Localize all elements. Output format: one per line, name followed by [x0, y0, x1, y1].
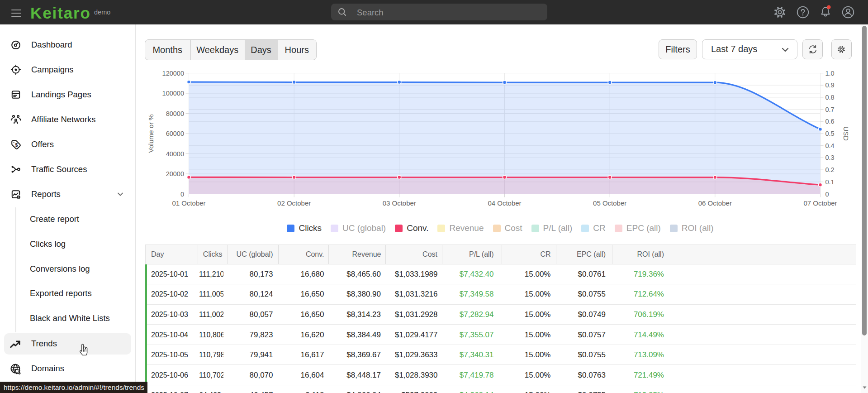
svg-text:60000: 60000: [166, 130, 184, 137]
svg-text:20000: 20000: [166, 170, 184, 177]
svg-text:0.9: 0.9: [825, 81, 835, 89]
svg-text:0.2: 0.2: [825, 166, 835, 173]
svg-text:$: $: [15, 142, 18, 148]
svg-text:Volume or %: Volume or %: [147, 114, 155, 153]
svg-text:0.5: 0.5: [825, 130, 835, 137]
svg-text:0.1: 0.1: [825, 178, 835, 186]
svg-text:1.0: 1.0: [825, 70, 835, 77]
svg-text:07 October: 07 October: [803, 199, 837, 207]
svg-text:120000: 120000: [162, 70, 184, 77]
svg-text:02 October: 02 October: [277, 199, 311, 207]
svg-text:0: 0: [180, 191, 184, 198]
svg-text:01 October: 01 October: [172, 199, 205, 207]
svg-text:100000: 100000: [162, 90, 184, 97]
svg-text:03 October: 03 October: [383, 199, 416, 207]
svg-text:04 October: 04 October: [488, 199, 521, 207]
svg-text:40000: 40000: [166, 150, 184, 158]
svg-text:USD: USD: [842, 126, 850, 141]
svg-text:05 October: 05 October: [593, 199, 626, 207]
svg-text:0.3: 0.3: [825, 154, 835, 161]
svg-text:80000: 80000: [166, 110, 184, 117]
svg-text:0: 0: [825, 191, 829, 198]
svg-text:06 October: 06 October: [698, 199, 732, 207]
svg-text:0.8: 0.8: [825, 94, 835, 101]
svg-text:0.7: 0.7: [825, 106, 835, 113]
svg-text:0.4: 0.4: [825, 142, 835, 149]
svg-text:0.6: 0.6: [825, 118, 835, 125]
